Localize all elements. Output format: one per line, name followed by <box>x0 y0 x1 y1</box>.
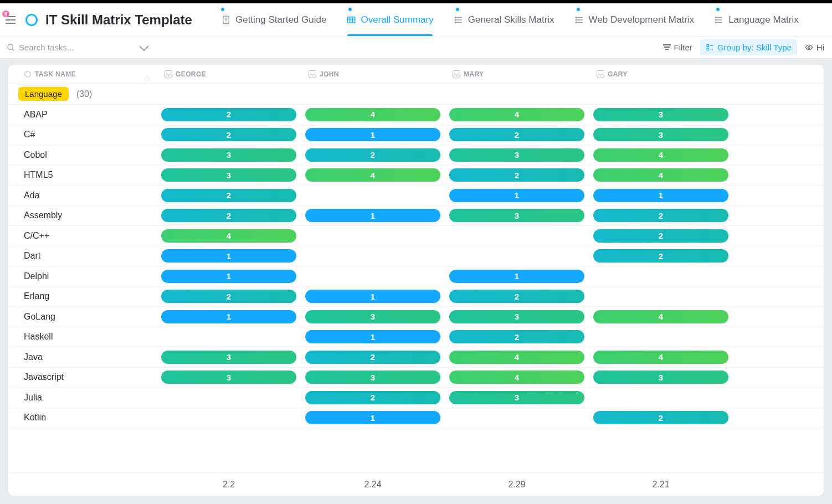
table-row[interactable]: Java3244 <box>8 347 824 368</box>
pin-icon[interactable] <box>143 75 151 84</box>
task-name-cell[interactable]: Delphi <box>8 271 157 281</box>
skill-cell[interactable]: 3 <box>589 128 733 141</box>
skill-cell[interactable]: 3 <box>445 391 589 404</box>
skill-cell[interactable]: 3 <box>301 310 445 323</box>
table-row[interactable]: Assembly2132 <box>8 206 824 227</box>
skill-cell[interactable]: 2 <box>157 209 301 222</box>
skill-cell[interactable]: 2 <box>157 108 301 121</box>
table-row[interactable]: GoLang1334 <box>8 307 824 327</box>
skill-cell[interactable]: 2 <box>157 290 301 303</box>
skill-cell[interactable]: 4 <box>445 108 589 121</box>
table-row[interactable]: Erlang212 <box>8 287 824 307</box>
skill-cell[interactable]: 3 <box>445 310 589 323</box>
task-name-cell[interactable]: Julia <box>8 393 157 403</box>
tab-web-development-matrix[interactable]: Web Development Matrix <box>564 3 705 36</box>
skill-cell[interactable]: 4 <box>589 310 733 323</box>
skill-cell[interactable]: 2 <box>301 391 445 404</box>
table-row[interactable]: C/C++42 <box>8 226 824 246</box>
task-name-cell[interactable]: Haskell <box>8 332 157 342</box>
table-row[interactable]: C#2123 <box>8 125 824 146</box>
task-name-cell[interactable]: Dart <box>8 251 157 261</box>
table-row[interactable]: Kotlin12 <box>8 408 824 429</box>
skill-cell[interactable]: 3 <box>589 108 733 121</box>
table-row[interactable]: Cobol3234 <box>8 145 824 166</box>
skill-cell[interactable]: 4 <box>301 108 445 121</box>
skill-cell[interactable]: 3 <box>589 371 733 384</box>
task-name-cell[interactable]: ABAP <box>8 110 157 120</box>
group-tag[interactable]: Language <box>18 87 69 101</box>
task-name-cell[interactable]: Assembly <box>8 210 157 220</box>
notification-badge[interactable]: 9 <box>2 11 9 17</box>
table-row[interactable]: Ada211 <box>8 186 824 206</box>
skill-cell[interactable]: 2 <box>301 148 445 162</box>
skill-cell[interactable]: 4 <box>157 229 301 243</box>
skill-cell[interactable]: 1 <box>157 249 301 263</box>
hide-button[interactable]: Hi <box>799 39 830 55</box>
table-row[interactable]: Javascript3343 <box>8 368 824 388</box>
task-name-cell[interactable]: Javascript <box>8 372 157 382</box>
skill-cell[interactable]: 1 <box>589 189 733 202</box>
skill-cell[interactable]: 3 <box>301 371 445 384</box>
skill-cell[interactable]: 2 <box>589 411 733 424</box>
skill-cell[interactable]: 2 <box>445 330 589 343</box>
skill-cell[interactable]: 4 <box>589 168 733 182</box>
skill-cell[interactable]: 4 <box>301 168 445 182</box>
column-header-john[interactable]: JOHN <box>301 70 445 78</box>
column-header-taskname[interactable]: TASK NAME <box>8 70 157 78</box>
task-name-cell[interactable]: Java <box>8 352 157 362</box>
group-by-button[interactable]: Group by: Skill Type <box>700 39 797 55</box>
task-name-cell[interactable]: Kotlin <box>8 413 157 423</box>
table-row[interactable]: Dart12 <box>8 246 824 267</box>
skill-cell[interactable]: 1 <box>445 189 589 202</box>
skill-cell[interactable]: 3 <box>157 148 301 162</box>
skill-cell[interactable]: 3 <box>445 209 589 222</box>
task-name-cell[interactable]: Cobol <box>8 150 157 160</box>
table-row[interactable]: Haskell12 <box>8 327 824 348</box>
skill-cell[interactable]: 2 <box>157 128 301 141</box>
tab-general-skills-matrix[interactable]: General Skills Matrix <box>444 3 564 36</box>
chevron-down-icon[interactable] <box>140 42 149 51</box>
skill-cell[interactable]: 2 <box>445 128 589 141</box>
skill-cell[interactable]: 4 <box>445 371 589 384</box>
tab-language-matrix[interactable]: Language Matrix <box>704 3 809 36</box>
task-name-cell[interactable]: GoLang <box>8 312 157 322</box>
skill-cell[interactable]: 1 <box>157 310 301 323</box>
skill-cell[interactable]: 2 <box>589 209 733 222</box>
column-header-gary[interactable]: GARY <box>589 70 733 78</box>
skill-cell[interactable]: 3 <box>157 168 301 182</box>
skill-cell[interactable]: 1 <box>157 270 301 283</box>
skill-cell[interactable]: 3 <box>157 351 301 364</box>
filter-button[interactable]: Filter <box>658 39 698 55</box>
task-name-cell[interactable]: Erlang <box>8 291 157 301</box>
search-input[interactable] <box>19 43 137 52</box>
task-name-cell[interactable]: C/C++ <box>8 231 157 241</box>
column-header-mary[interactable]: MARY <box>445 70 589 78</box>
column-header-george[interactable]: GEORGE <box>157 70 301 78</box>
skill-cell[interactable]: 4 <box>589 148 733 162</box>
skill-cell[interactable]: 2 <box>445 168 589 182</box>
menu-icon[interactable]: 9 <box>6 14 18 26</box>
skill-cell[interactable]: 2 <box>589 249 733 263</box>
skill-cell[interactable]: 2 <box>157 189 301 202</box>
skill-cell[interactable]: 2 <box>589 229 733 243</box>
skill-cell[interactable]: 1 <box>445 270 589 283</box>
skill-cell[interactable]: 4 <box>445 351 589 364</box>
tab-getting-started-guide[interactable]: Getting Started Guide <box>211 3 336 36</box>
skill-cell[interactable]: 1 <box>301 330 445 343</box>
skill-cell[interactable]: 3 <box>445 148 589 162</box>
skill-cell[interactable]: 1 <box>301 411 445 424</box>
task-name-cell[interactable]: HTML5 <box>8 170 157 180</box>
table-row[interactable]: Julia23 <box>8 388 824 408</box>
skill-cell[interactable]: 2 <box>445 290 589 303</box>
skill-cell[interactable]: 1 <box>301 290 445 303</box>
tab-overall-summary[interactable]: Overall Summary <box>336 3 443 36</box>
group-row[interactable]: Language (30) <box>8 84 824 105</box>
skill-cell[interactable]: 4 <box>589 351 733 364</box>
skill-cell[interactable]: 3 <box>157 371 301 384</box>
skill-cell[interactable]: 1 <box>301 128 445 141</box>
table-row[interactable]: HTML53424 <box>8 166 824 186</box>
skill-cell[interactable]: 2 <box>301 351 445 364</box>
task-name-cell[interactable]: Ada <box>8 191 157 200</box>
table-row[interactable]: ABAP2443 <box>8 105 824 125</box>
skill-cell[interactable]: 1 <box>301 209 445 222</box>
